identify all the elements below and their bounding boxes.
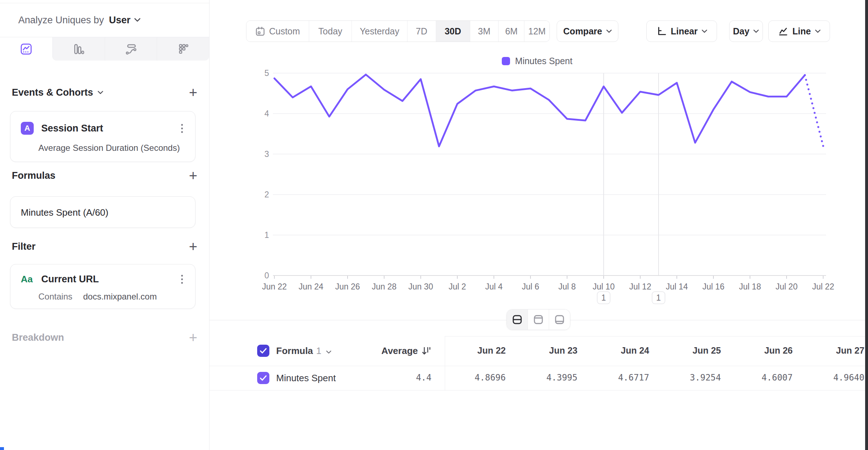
property-type-badge: Aa	[21, 274, 36, 285]
analyze-uniques-label: Analyze Uniques by	[18, 15, 104, 26]
chart-type-tabs	[0, 37, 209, 60]
date-column-header[interactable]: Jun 26	[732, 345, 803, 356]
bar-chart-icon	[72, 43, 85, 56]
event-card[interactable]: A Session Start Average Session Duration…	[10, 111, 195, 162]
annotation-badge-label: 1	[656, 293, 661, 302]
x-tick-label: Jul 6	[522, 282, 539, 291]
y-tick-label: 0	[264, 271, 269, 280]
event-kebab-menu-icon[interactable]	[180, 123, 184, 134]
date-range-label: 30D	[445, 26, 461, 37]
view-table-only-button[interactable]	[549, 310, 570, 330]
scale-button[interactable]: Linear	[646, 20, 717, 42]
chevron-down-icon	[753, 29, 759, 33]
mixpanel-insights-app: Analyze Uniques by User	[0, 0, 868, 450]
date-column-header[interactable]: Jun 22	[445, 345, 516, 356]
add-breakdown-button[interactable]: +	[189, 332, 197, 343]
compare-button[interactable]: Compare	[557, 20, 618, 42]
date-range-6m[interactable]: 6M	[498, 21, 524, 42]
date-column-header[interactable]: Jun 27	[803, 345, 865, 356]
y-tick-label: 2	[264, 190, 269, 199]
event-measurement[interactable]: Average Session Duration (Seconds)	[10, 139, 195, 153]
analyze-uniques-value: User	[109, 15, 131, 26]
formula-card[interactable]: Minutes Spent (A/60)	[10, 196, 195, 228]
granularity-button[interactable]: Day	[729, 20, 763, 42]
add-event-button[interactable]: +	[189, 87, 197, 98]
date-columns-header: Jun 22Jun 23Jun 24Jun 25Jun 26Jun 27	[445, 345, 865, 356]
analyze-uniques-selector[interactable]: User	[109, 15, 141, 26]
filter-operator[interactable]: Contains	[38, 292, 72, 301]
formula-header-label: Formula	[276, 345, 313, 356]
date-range-7d[interactable]: 7D	[407, 21, 436, 42]
tab-metrics[interactable]	[157, 37, 209, 61]
view-split-button[interactable]	[507, 310, 528, 330]
x-tick-label: Jul 22	[812, 282, 834, 291]
date-range-group: CustomTodayYesterday7D30D3M6M12M	[246, 20, 550, 42]
formulas-title: Formulas	[12, 170, 56, 181]
tab-flow[interactable]	[105, 37, 157, 61]
y-tick-label: 4	[264, 109, 269, 118]
chevron-down-icon	[134, 18, 141, 22]
date-range-label: Yesterday	[360, 26, 399, 37]
date-range-3m[interactable]: 3M	[470, 21, 499, 42]
tab-bar-chart[interactable]	[52, 37, 105, 61]
average-value: 4.4	[416, 373, 431, 383]
table-cell: 4.9640	[803, 373, 865, 383]
chevron-down-icon[interactable]	[98, 91, 103, 95]
date-range-label: 7D	[416, 26, 427, 37]
check-icon	[259, 348, 267, 354]
filter-title: Filter	[12, 241, 36, 252]
table-cell: 4.8696	[445, 373, 516, 383]
breakdown-title: Breakdown	[12, 332, 64, 343]
line-chart[interactable]: Jun 22Jun 24Jun 26Jun 28Jun 30Jul 2Jul 4…	[209, 50, 865, 315]
granularity-label: Day	[733, 26, 750, 37]
line-chart-icon	[20, 43, 33, 56]
linear-axis-icon	[656, 26, 667, 37]
date-range-custom[interactable]: Custom	[246, 21, 309, 42]
filter-property: Current URL	[41, 274, 180, 285]
formula-column-header[interactable]: Formula 1	[276, 345, 331, 356]
table-bottom-border	[209, 390, 865, 391]
filter-kebab-menu-icon[interactable]	[180, 273, 184, 285]
date-column-header[interactable]: Jun 25	[660, 345, 732, 356]
date-range-30d[interactable]: 30D	[436, 21, 470, 42]
query-builder-sidebar: Analyze Uniques by User	[0, 0, 209, 450]
x-tick-label: Jul 4	[485, 282, 503, 291]
row-checkbox[interactable]	[257, 372, 269, 384]
average-column-header[interactable]: Average	[381, 345, 418, 356]
select-all-checkbox[interactable]	[257, 345, 269, 357]
sort-icon[interactable]	[421, 346, 431, 356]
x-tick-label: Jun 26	[335, 282, 360, 291]
table-data-row: Minutes Spent 4.4 4.86964.39954.67173.92…	[209, 366, 865, 390]
add-filter-button[interactable]: +	[189, 241, 197, 252]
add-formula-button[interactable]: +	[189, 170, 197, 181]
chart-type-label: Line	[792, 26, 811, 37]
chevron-down-icon	[815, 29, 821, 33]
breakdown-heading: Breakdown +	[12, 328, 197, 347]
filter-value[interactable]: docs.mixpanel.com	[83, 292, 157, 301]
date-column-header[interactable]: Jun 24	[588, 345, 660, 356]
filter-card[interactable]: Aa Current URL Containsdocs.mixpanel.com	[10, 264, 195, 309]
date-range-label: 6M	[505, 26, 518, 37]
formula-expression: Minutes Spent (A/60)	[21, 207, 108, 218]
date-column-header[interactable]: Jun 23	[516, 345, 588, 356]
x-tick-label: Jun 24	[298, 282, 323, 291]
series-line-dotted	[805, 75, 823, 146]
tab-insights-line[interactable]	[0, 37, 52, 61]
date-range-today[interactable]: Today	[309, 21, 352, 42]
date-range-12m[interactable]: 12M	[524, 21, 549, 42]
table-cell: 4.6007	[732, 373, 803, 383]
view-chart-only-button[interactable]	[528, 310, 549, 330]
window-edge-strip	[865, 0, 868, 450]
chart-type-button[interactable]: Line	[768, 20, 830, 42]
corner-artifact	[0, 447, 4, 450]
event-title: Session Start	[41, 123, 180, 134]
top-panel-icon	[533, 314, 544, 325]
chevron-down-icon	[606, 29, 612, 33]
date-row-values: 4.86964.39954.67173.92544.60074.9640	[445, 373, 865, 383]
line-chart-mini-icon	[778, 26, 788, 37]
date-range-label: Today	[319, 26, 343, 37]
table-header-row: Formula 1 Average Jun 22Jun 23Jun 24Jun …	[209, 336, 865, 366]
date-range-yesterday[interactable]: Yesterday	[352, 21, 407, 42]
y-tick-label: 3	[264, 149, 269, 159]
chevron-down-icon	[326, 350, 331, 354]
